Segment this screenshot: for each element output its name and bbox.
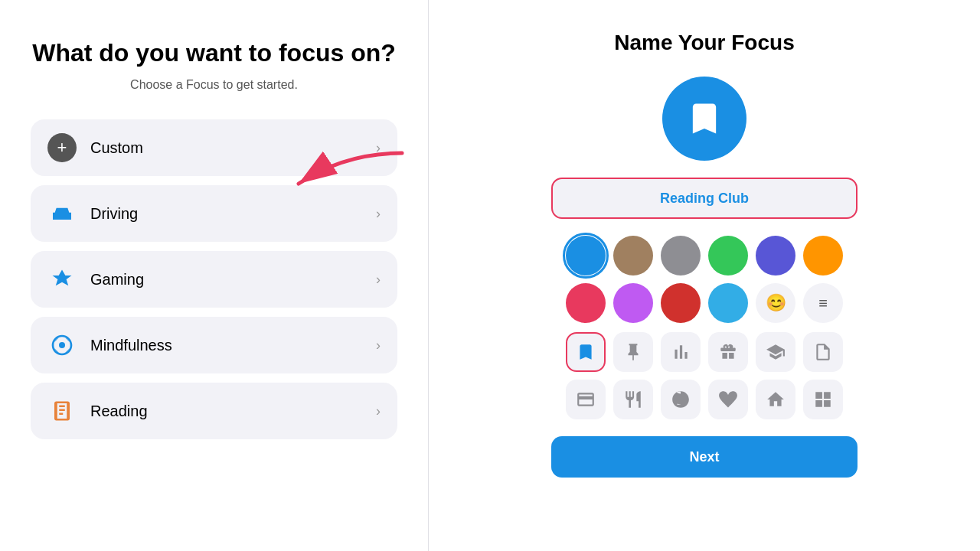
name-input-row [551, 178, 858, 219]
left-title: What do you want to focus on? [32, 38, 396, 67]
driving-icon [47, 199, 77, 228]
focus-item-reading-label: Reading [90, 403, 376, 420]
color-tan[interactable] [613, 236, 653, 276]
color-list[interactable]: ≡ [803, 283, 843, 323]
chevron-right-icon: › [376, 337, 381, 354]
focus-item-reading[interactable]: Reading › [31, 383, 397, 439]
focus-item-mindfulness-label: Mindfulness [90, 337, 376, 354]
color-green[interactable] [708, 236, 748, 276]
icon-fork[interactable] [613, 380, 653, 419]
right-panel: Name Your Focus 😊 ≡ [429, 0, 980, 551]
left-panel: What do you want to focus on? Choose a F… [0, 0, 429, 551]
svg-point-0 [59, 342, 65, 348]
chevron-right-icon: › [376, 206, 381, 222]
color-teal[interactable] [708, 283, 748, 323]
color-emoji[interactable]: 😊 [756, 283, 795, 323]
color-blue[interactable] [566, 236, 606, 276]
focus-item-custom-label: Custom [90, 139, 376, 157]
focus-list: + Custom › Driving › Gaming › [31, 119, 397, 439]
name-input-bg [551, 178, 858, 219]
gaming-icon [47, 265, 77, 294]
icon-home[interactable] [756, 380, 795, 419]
color-crimson[interactable] [661, 283, 701, 323]
focus-item-driving[interactable]: Driving › [31, 185, 397, 242]
left-subtitle: Choose a Focus to get started. [130, 78, 298, 92]
chevron-right-icon: › [376, 403, 381, 419]
focus-icon-preview [662, 77, 746, 161]
custom-icon: + [47, 133, 77, 162]
focus-item-custom[interactable]: + Custom › [31, 119, 397, 176]
focus-item-mindfulness[interactable]: Mindfulness › [31, 317, 397, 373]
color-red[interactable] [566, 283, 606, 323]
color-grid: 😊 ≡ [566, 236, 843, 323]
right-title: Name Your Focus [614, 31, 794, 55]
chevron-right-icon: › [376, 272, 381, 288]
icon-gift[interactable] [708, 332, 748, 372]
focus-item-gaming-label: Gaming [90, 271, 376, 289]
focus-item-driving-label: Driving [90, 205, 376, 223]
icon-document[interactable] [803, 332, 843, 372]
color-gray[interactable] [661, 236, 701, 276]
icon-bookmark[interactable] [566, 332, 606, 372]
mindfulness-icon [47, 331, 77, 360]
icon-chart[interactable] [661, 332, 701, 372]
color-orange[interactable] [803, 236, 843, 276]
icon-atom[interactable] [661, 380, 701, 419]
focus-name-input[interactable] [551, 191, 858, 207]
icon-graduation[interactable] [756, 332, 795, 372]
icon-card[interactable] [566, 380, 606, 419]
focus-item-gaming[interactable]: Gaming › [31, 251, 397, 308]
icon-grid [566, 332, 843, 419]
color-lavender[interactable] [613, 283, 653, 323]
icon-health[interactable] [708, 380, 748, 419]
next-button[interactable]: Next [551, 436, 858, 478]
chevron-right-icon: › [376, 140, 381, 156]
color-purple[interactable] [756, 236, 795, 276]
reading-icon [47, 396, 77, 425]
icon-grid[interactable] [803, 380, 843, 419]
icon-pin[interactable] [613, 332, 653, 372]
